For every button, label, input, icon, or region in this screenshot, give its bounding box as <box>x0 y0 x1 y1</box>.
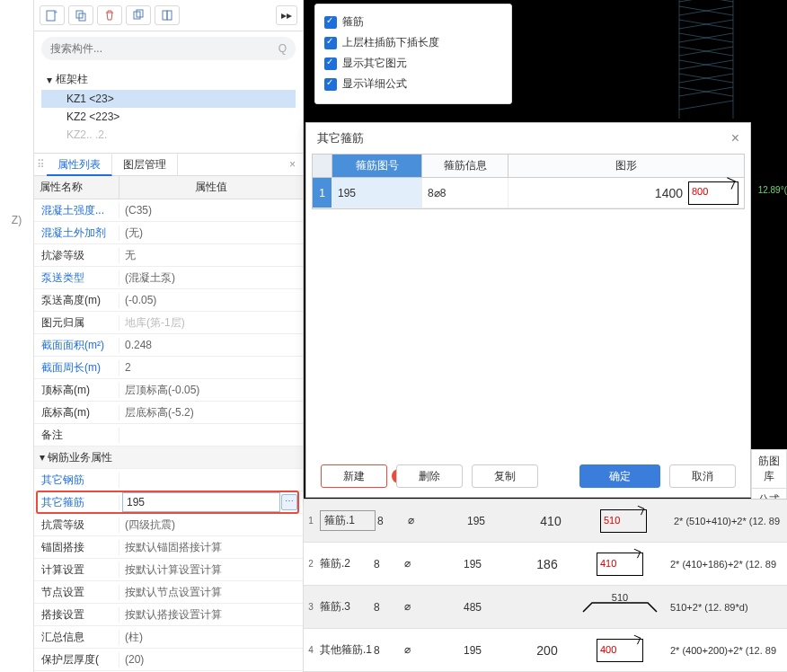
property-row[interactable]: 混凝土强度...(C35) <box>34 199 303 222</box>
grid-row[interactable]: 1 箍筋.1 8 ⌀ 195 410 510 2* (510+410)+2* (… <box>304 500 787 543</box>
modal-cancel-button[interactable]: 取消 <box>669 464 736 488</box>
property-row[interactable]: 图元归属地库(第-1层) <box>34 312 303 334</box>
property-row[interactable]: 计算设置按默认计算设置计算 <box>34 559 303 581</box>
property-row[interactable]: 混凝土外加剂(无) <box>34 222 303 244</box>
property-row[interactable]: 泵送类型(混凝土泵) <box>34 267 303 289</box>
new-component-button[interactable]: + <box>40 5 65 25</box>
grid-row[interactable]: 2 箍筋.2 8 ⌀ 195 186 410 2* (410+186)+2* (… <box>304 543 787 586</box>
property-row[interactable]: 截面周长(m)2 <box>34 357 303 379</box>
cb-stirrup[interactable]: 箍筋 <box>324 12 502 32</box>
property-header: ⠿ 属性列表 图层管理 × <box>34 153 303 176</box>
mt-head-shape[interactable]: 图形 <box>508 155 744 177</box>
layer-button[interactable] <box>126 5 151 25</box>
box-shape-icon: 400 <box>597 639 643 662</box>
grid-row[interactable]: 4 其他箍筋.1 8 ⌀ 195 200 400 2* (400+200)+2*… <box>304 629 787 672</box>
modal-copy-button[interactable]: 复制 <box>472 464 538 488</box>
modal-new-button[interactable]: 新建 2 <box>321 464 387 488</box>
box-shape-icon: 510 <box>600 509 647 533</box>
side-tab-lib[interactable]: 筋图库 <box>751 449 787 489</box>
mt-corner <box>313 155 332 177</box>
modal-delete-button[interactable]: 删除 <box>396 464 463 488</box>
other-stirrup-modal: 其它箍筋 × 箍筋图号 箍筋信息 图形 1 195 8⌀8 1400 800 <box>305 122 751 498</box>
property-row[interactable]: 锚固搭接按默认锚固搭接计算 <box>34 536 303 559</box>
cb-other-elements[interactable]: 显示其它图元 <box>324 53 502 74</box>
svg-text:+: + <box>54 9 57 15</box>
property-row[interactable]: 其它钢筋 <box>34 469 303 491</box>
property-row[interactable]: 抗震等级(四级抗震) <box>34 514 303 536</box>
grid-row[interactable]: 3 箍筋.3 8 ⌀ 485 510 510+2* (12. 89*d) <box>304 586 787 629</box>
display-options-panel: 箍筋 上层柱插筋下插长度 显示其它图元 显示详细公式 <box>314 4 512 104</box>
search-field[interactable] <box>50 42 279 55</box>
tree-item-kz2[interactable]: KZ2 <223> <box>41 108 296 126</box>
search-icon: Q <box>279 42 287 55</box>
property-row[interactable]: 顶标高(m)层顶标高(-0.05) <box>34 379 303 402</box>
property-row[interactable]: 节点设置按默认节点设置计算 <box>34 581 303 604</box>
tab-layers[interactable]: 图层管理 <box>112 153 178 176</box>
line-shape-icon: 510 <box>581 599 659 615</box>
svg-line-18 <box>679 101 733 110</box>
modal-row-1[interactable]: 1 195 8⌀8 1400 800 <box>313 178 744 208</box>
mt-head-code[interactable]: 箍筋图号 <box>332 155 422 177</box>
property-row[interactable]: 搭接设置按默认搭接设置计算 <box>34 604 303 626</box>
mt-head-info[interactable]: 箍筋信息 <box>422 155 508 177</box>
left-panel: + ▸▸ Q ▾ 框架柱 KZ1 <23> KZ2 <223> KZ2.. .2… <box>34 0 304 672</box>
right-area: 12.89°( 箍筋 上层柱插筋下插长度 显示其它图元 显示详细公式 其它箍筋 … <box>304 0 787 672</box>
toolbar-more-button[interactable]: ▸▸ <box>276 5 297 25</box>
property-row[interactable]: 抗渗等级无 <box>34 244 303 267</box>
ellipsis-button[interactable]: ⋯ <box>281 494 297 510</box>
tree-parent[interactable]: ▾ 框架柱 <box>41 69 296 90</box>
section-rebar[interactable]: ▾ 钢筋业务属性 <box>34 447 303 469</box>
property-row[interactable]: 汇总信息(柱) <box>34 626 303 649</box>
col-name-header: 属性名称 <box>34 176 119 199</box>
cb-detail-formula[interactable]: 显示详细公式 <box>324 74 502 94</box>
delete-button[interactable] <box>97 5 122 25</box>
tab-properties[interactable]: 属性列表 <box>47 153 112 176</box>
component-tree: ▾ 框架柱 KZ1 <23> KZ2 <223> KZ2.. .2. <box>34 66 303 147</box>
box-shape-icon: 410 <box>597 553 643 576</box>
property-row[interactable]: 泵送高度(m)(-0.05) <box>34 289 303 312</box>
property-table: 属性名称 属性值 混凝土强度...(C35)混凝土外加剂(无)抗渗等级无泵送类型… <box>34 176 303 672</box>
property-row[interactable]: 底标高(m)层底标高(-5.2) <box>34 402 303 424</box>
tree-item-cut[interactable]: KZ2.. .2. <box>41 126 296 144</box>
axis-label: Z) <box>12 214 22 226</box>
svg-rect-6 <box>163 11 167 20</box>
modal-ok-button[interactable]: 确定 <box>579 464 660 488</box>
property-row[interactable]: 截面面积(m²)0.248 <box>34 334 303 357</box>
tree-item-kz1[interactable]: KZ1 <23> <box>41 90 296 108</box>
modal-title: 其它箍筋 <box>317 130 364 146</box>
copy-button[interactable] <box>68 5 93 25</box>
drag-handle-icon[interactable]: ⠿ <box>34 158 47 171</box>
interlayer-button[interactable] <box>155 5 180 25</box>
search-input[interactable]: Q <box>41 37 296 60</box>
other-stirrup-value[interactable]: 195 <box>122 492 280 512</box>
stirrup-shape-icon: 800 <box>688 181 738 205</box>
toolbar: + ▸▸ <box>34 0 303 31</box>
col-val-header: 属性值 <box>119 176 303 199</box>
modal-table: 箍筋图号 箍筋信息 图形 1 195 8⌀8 1400 800 <box>312 154 745 209</box>
cb-upper-insert[interactable]: 上层柱插筋下插长度 <box>324 32 502 53</box>
rebar-result-grid: 1 箍筋.1 8 ⌀ 195 410 510 2* (510+410)+2* (… <box>304 499 787 672</box>
close-icon[interactable]: × <box>282 158 303 171</box>
angle-readout: 12.89°( <box>758 185 787 195</box>
svg-rect-7 <box>167 11 172 20</box>
modal-close-icon[interactable]: × <box>731 130 739 146</box>
property-row[interactable]: 保护层厚度((20) <box>34 649 303 671</box>
row-other-stirrup[interactable]: 其它箍筋 195 ⋯ 1 <box>34 491 303 514</box>
property-row[interactable]: 备注 <box>34 424 303 447</box>
